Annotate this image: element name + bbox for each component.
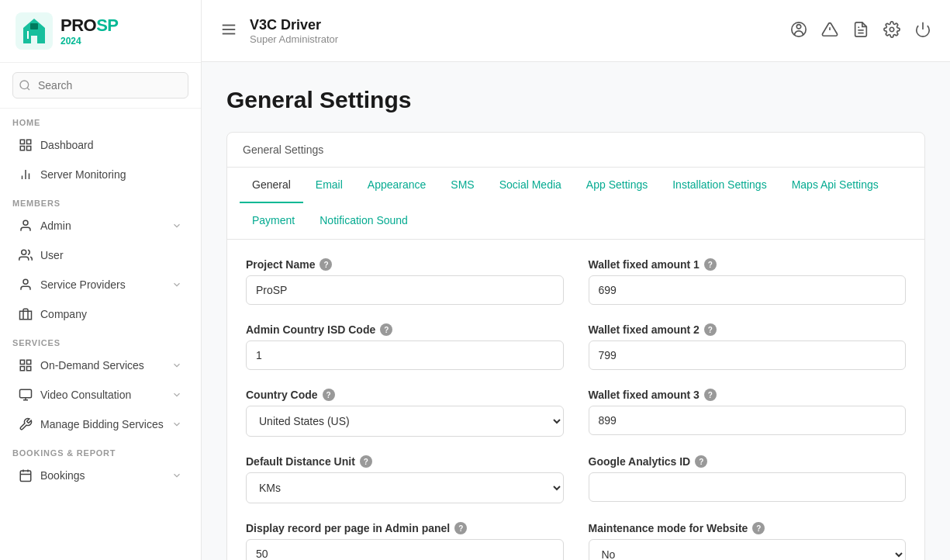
sidebar-item-service-providers[interactable]: Service Providers	[6, 271, 195, 299]
menu-icon	[220, 21, 237, 38]
app-name: V3C Driver	[250, 17, 778, 33]
gear-icon	[883, 21, 900, 38]
svg-point-12	[22, 250, 26, 254]
chevron-icon	[171, 279, 182, 290]
page-content: General Settings General Settings Genera…	[202, 62, 950, 560]
sidebar-section-bookings: BOOKINGS & REPORT	[0, 439, 201, 461]
tab-app-settings[interactable]: App Settings	[574, 168, 660, 203]
svg-rect-6	[20, 147, 24, 150]
info-icon-wallet-1[interactable]: ?	[704, 258, 717, 271]
input-google-analytics[interactable]	[589, 472, 907, 502]
search-input[interactable]	[12, 72, 188, 99]
field-project-name: Project Name ?	[246, 258, 564, 305]
video-consultation-label: Video Consultation	[40, 389, 164, 401]
grid-icon	[19, 138, 33, 152]
tab-appearance[interactable]: Appearance	[355, 168, 439, 203]
input-admin-isd-code[interactable]	[246, 340, 564, 370]
input-wallet-amount-1[interactable]	[589, 275, 907, 305]
field-display-record: Display record per page in Admin panel ?	[246, 522, 564, 560]
hamburger-button[interactable]	[220, 21, 237, 40]
select-maintenance-mode[interactable]: No Yes	[589, 539, 907, 560]
info-icon-maintenance[interactable]: ?	[752, 522, 765, 534]
tab-social-media[interactable]: Social Media	[487, 168, 574, 203]
sidebar-item-admin[interactable]: Admin	[6, 212, 195, 240]
field-distance-unit: Default Distance Unit ? KMs Miles	[246, 455, 564, 503]
sidebar-item-server-monitoring[interactable]: Server Monitoring	[6, 161, 195, 188]
logo-text: PROSP 2024	[60, 16, 119, 47]
label-admin-isd-code: Admin Country ISD Code ?	[246, 323, 564, 336]
field-wallet-amount-1: Wallet fixed amount 1 ?	[589, 258, 907, 305]
company-label: Company	[40, 308, 182, 320]
tab-sms[interactable]: SMS	[438, 168, 486, 203]
label-wallet-amount-2: Wallet fixed amount 2 ?	[589, 323, 907, 336]
info-icon-country-code[interactable]: ?	[323, 389, 335, 401]
chevron-icon	[171, 360, 182, 371]
svg-rect-4	[20, 140, 24, 143]
input-display-record[interactable]	[246, 539, 564, 560]
section-title-members: MEMBERS	[12, 199, 188, 208]
info-icon-analytics[interactable]: ?	[695, 455, 707, 468]
select-distance-unit[interactable]: KMs Miles	[246, 472, 564, 503]
svg-rect-18	[27, 367, 31, 371]
svg-point-35	[890, 27, 894, 32]
card-header: General Settings	[227, 133, 924, 168]
form-grid: Project Name ? Wallet fixed amount 1 ? A…	[227, 240, 924, 560]
settings-icon-button[interactable]	[883, 21, 900, 40]
sidebar: PROSP 2024 HOME Dashboard Server Monitor…	[0, 0, 202, 560]
group-icon	[19, 248, 33, 262]
main-area: V3C Driver Super Administrator	[202, 0, 950, 560]
label-maintenance-mode: Maintenance mode for Website ?	[589, 522, 907, 534]
tab-notification-sound[interactable]: Notification Sound	[307, 203, 420, 239]
power-icon-button[interactable]	[914, 21, 931, 40]
svg-rect-1	[30, 23, 38, 29]
info-icon-wallet-3[interactable]: ?	[704, 389, 717, 401]
tab-general[interactable]: General	[240, 168, 303, 203]
sidebar-item-bookings[interactable]: Bookings	[6, 461, 195, 489]
grid2-icon	[19, 358, 33, 372]
field-admin-isd-code: Admin Country ISD Code ?	[246, 323, 564, 370]
admin-label: Admin	[40, 220, 164, 232]
section-title-bookings: BOOKINGS & REPORT	[12, 448, 188, 458]
building-icon	[19, 307, 33, 321]
input-wallet-amount-3[interactable]	[589, 406, 907, 435]
info-icon-isd-code[interactable]: ?	[380, 323, 392, 336]
svg-rect-7	[27, 147, 31, 150]
user-circle-icon	[790, 21, 807, 38]
label-google-analytics: Google Analytics ID ?	[589, 455, 907, 468]
alert-icon-button[interactable]	[821, 21, 838, 40]
label-display-record: Display record per page in Admin panel ?	[246, 522, 564, 534]
sidebar-item-user[interactable]: User	[6, 241, 195, 269]
header-title: V3C Driver Super Administrator	[250, 17, 778, 45]
document-icon-button[interactable]	[852, 21, 869, 40]
profile-icon-button[interactable]	[790, 21, 807, 40]
sidebar-item-manage-bidding[interactable]: Manage Bidding Services	[6, 410, 195, 438]
sidebar-item-video-consultation[interactable]: Video Consultation	[6, 381, 195, 409]
tab-maps-api-settings[interactable]: Maps Api Settings	[779, 168, 891, 203]
info-icon-project-name[interactable]: ?	[320, 258, 332, 271]
sidebar-section-home: HOME	[0, 109, 201, 130]
person-icon	[19, 219, 33, 233]
sidebar-item-on-demand-services[interactable]: On-Demand Services	[6, 351, 195, 379]
section-title-services: SERVICES	[12, 338, 188, 347]
tab-email[interactable]: Email	[303, 168, 355, 203]
info-icon-wallet-2[interactable]: ?	[704, 323, 717, 336]
label-project-name: Project Name ?	[246, 258, 564, 271]
logo-name: PROSP	[60, 16, 119, 36]
input-wallet-amount-2[interactable]	[589, 340, 907, 370]
sidebar-item-dashboard[interactable]: Dashboard	[6, 131, 195, 159]
monitor-icon	[19, 388, 33, 402]
search-area	[0, 63, 201, 109]
info-icon-display-record[interactable]: ?	[454, 522, 467, 534]
search-icon	[19, 79, 31, 92]
svg-rect-14	[20, 311, 32, 320]
select-country-code[interactable]: United States (US) United Kingdom (UK) I…	[246, 406, 564, 437]
input-project-name[interactable]	[246, 275, 564, 305]
tab-installation-settings[interactable]: Installation Settings	[660, 168, 779, 203]
svg-point-11	[23, 220, 28, 225]
tab-payment[interactable]: Payment	[240, 203, 307, 239]
header: V3C Driver Super Administrator	[202, 0, 950, 62]
info-icon-distance-unit[interactable]: ?	[360, 455, 372, 468]
bar-chart-icon	[19, 168, 33, 181]
sidebar-item-company[interactable]: Company	[6, 300, 195, 328]
logo-area: PROSP 2024	[0, 0, 201, 63]
